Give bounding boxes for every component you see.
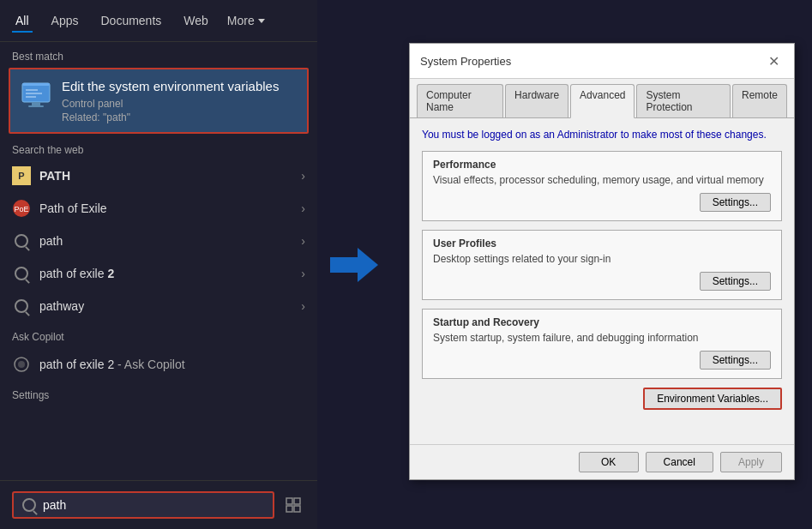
svg-rect-11	[286, 498, 292, 504]
arrow-container	[317, 241, 394, 289]
result-poe2-arrow: ›	[301, 267, 305, 280]
result-pathway-left: pathway	[12, 297, 84, 316]
startup-settings-button[interactable]: Settings...	[700, 351, 771, 370]
search-input[interactable]	[43, 498, 264, 512]
result-path-text: PATH	[39, 169, 70, 183]
copilot-icon	[12, 355, 31, 374]
tab-remote[interactable]: Remote	[732, 84, 787, 117]
dialog-titlebar: System Properties ✕	[410, 44, 794, 79]
poe-icon: PoE	[12, 199, 31, 218]
svg-rect-3	[28, 105, 44, 107]
best-match-related: Related: "path"	[62, 111, 279, 123]
dialog-tabs: Computer Name Hardware Advanced System P…	[410, 79, 794, 118]
result-path-lower-arrow: ›	[301, 234, 305, 248]
result-path-left: P PATH	[12, 166, 70, 185]
performance-settings-button[interactable]: Settings...	[700, 193, 771, 212]
best-match-result[interactable]: Edit the system environment variables Co…	[9, 68, 309, 134]
user-profiles-settings-button[interactable]: Settings...	[700, 272, 771, 291]
result-poe2-left: path of exile 2	[12, 264, 114, 283]
svg-text:PoE: PoE	[14, 205, 28, 213]
path-icon: P	[12, 166, 31, 185]
result-poe-left: PoE Path of Exile	[12, 199, 107, 218]
tab-computer-name[interactable]: Computer Name	[417, 84, 503, 117]
section-startup-recovery: Startup and Recovery System startup, sys…	[422, 309, 782, 379]
copilot-item[interactable]: path of exile 2 - Ask Copilot	[0, 348, 317, 381]
arrow-head	[358, 248, 378, 282]
env-vars-row: Environment Variables...	[422, 388, 782, 410]
tab-hardware[interactable]: Hardware	[505, 84, 568, 117]
svg-point-10	[18, 361, 25, 368]
result-poe2-text: path of exile 2	[39, 267, 114, 280]
start-menu: All Apps Documents Web More Best match	[0, 0, 317, 529]
section-performance-title: Performance	[433, 159, 771, 171]
chevron-down-icon	[258, 19, 265, 23]
best-match-label: Best match	[0, 42, 317, 68]
nav-more-label: More	[227, 14, 255, 27]
cancel-button[interactable]: Cancel	[646, 452, 713, 472]
path-badge: P	[12, 166, 31, 185]
section-user-profiles: User Profiles Desktop settings related t…	[422, 230, 782, 300]
svg-rect-14	[294, 506, 300, 512]
best-match-title: Edit the system environment variables	[62, 78, 279, 95]
result-pathway[interactable]: pathway ›	[0, 290, 317, 322]
ask-copilot-label: Ask Copilot	[0, 322, 317, 348]
environment-variables-button[interactable]: Environment Variables...	[643, 388, 782, 410]
svg-rect-13	[286, 506, 292, 512]
nav-documents[interactable]: Documents	[97, 9, 165, 33]
svg-rect-12	[294, 498, 300, 504]
start-nav: All Apps Documents Web More	[0, 0, 317, 42]
search-bar	[0, 480, 317, 529]
directional-arrow	[330, 241, 382, 289]
result-poe[interactable]: PoE Path of Exile ›	[0, 192, 317, 225]
dialog-close-button[interactable]: ✕	[763, 51, 784, 71]
copilot-query: path of exile 2	[39, 358, 114, 371]
nav-more[interactable]: More	[227, 14, 265, 27]
section-startup-title: Startup and Recovery	[433, 316, 771, 328]
search-icon-path	[12, 231, 31, 250]
copilot-suffix: - Ask Copilot	[114, 358, 184, 371]
result-path-lower-text: path	[39, 234, 63, 248]
search-bar-icon	[22, 498, 36, 512]
result-pathway-text: pathway	[39, 299, 84, 313]
dialog-content: You must be logged on as an Administrato…	[410, 118, 794, 444]
svg-rect-2	[32, 102, 40, 105]
best-match-subtitle: Control panel	[62, 98, 279, 110]
result-poe-text: Path of Exile	[39, 201, 107, 215]
copilot-text: path of exile 2 - Ask Copilot	[39, 358, 185, 371]
search-magnifier-icon	[22, 498, 36, 512]
section-user-profiles-desc: Desktop settings related to your sign-in	[433, 253, 771, 265]
svg-rect-0	[22, 83, 50, 102]
nav-all[interactable]: All	[12, 9, 33, 33]
section-startup-desc: System startup, system failure, and debu…	[433, 332, 771, 344]
dialog-title: System Properties	[420, 55, 511, 68]
search-web-label: Search the web	[0, 134, 317, 159]
result-poe-arrow: ›	[301, 201, 305, 215]
result-path-lower[interactable]: path ›	[0, 225, 317, 257]
magnifier-icon	[15, 234, 28, 248]
tab-advanced[interactable]: Advanced	[570, 84, 635, 118]
dialog-top-note: You must be logged on as an Administrato…	[422, 129, 782, 141]
section-performance-desc: Visual effects, processor scheduling, me…	[433, 174, 771, 186]
search-input-wrapper[interactable]	[12, 491, 274, 519]
magnifier-icon-2	[15, 267, 28, 280]
result-path-lower-left: path	[12, 231, 63, 250]
search-icon-poe2	[12, 264, 31, 283]
result-pathway-arrow: ›	[301, 299, 305, 313]
section-user-profiles-title: User Profiles	[433, 237, 771, 249]
magnifier-icon-3	[15, 299, 28, 313]
nav-apps[interactable]: Apps	[48, 9, 82, 33]
result-path[interactable]: P PATH ›	[0, 159, 317, 192]
dialog-buttons: OK Cancel Apply	[410, 444, 794, 479]
tab-system-protection[interactable]: System Protection	[636, 84, 730, 117]
ok-button[interactable]: OK	[579, 452, 639, 472]
taskbar-icon	[281, 493, 305, 517]
section-performance: Performance Visual effects, processor sc…	[422, 151, 782, 221]
search-icon-pathway	[12, 297, 31, 316]
system-env-icon	[21, 80, 51, 111]
apply-button[interactable]: Apply	[720, 452, 782, 472]
result-poe2[interactable]: path of exile 2 ›	[0, 257, 317, 290]
nav-web[interactable]: Web	[180, 9, 212, 33]
best-match-content: Edit the system environment variables Co…	[62, 78, 279, 123]
svg-rect-1	[22, 83, 50, 86]
system-properties-dialog: System Properties ✕ Computer Name Hardwa…	[409, 43, 795, 480]
